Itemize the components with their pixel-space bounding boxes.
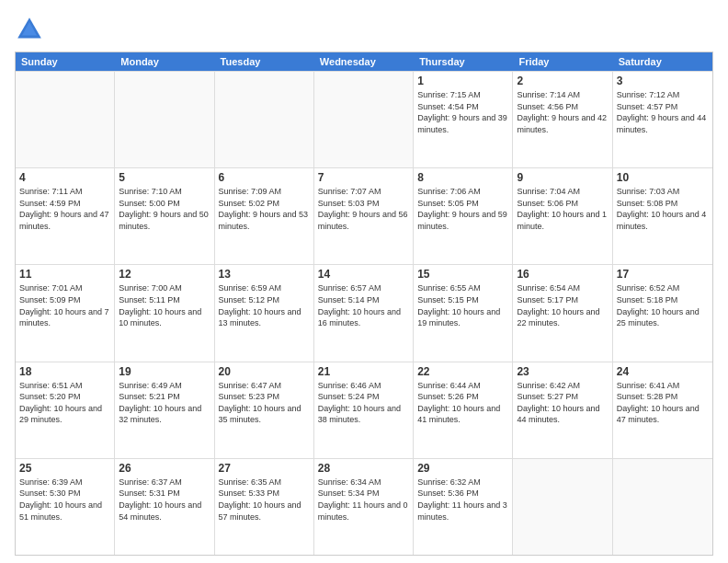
day-cell-9: 9Sunrise: 7:04 AMSunset: 5:06 PMDaylight… xyxy=(513,168,612,264)
calendar-row-2: 11Sunrise: 7:01 AMSunset: 5:09 PMDayligh… xyxy=(16,264,712,361)
day-info: Sunrise: 6:49 AMSunset: 5:21 PMDaylight:… xyxy=(119,380,210,426)
day-cell-11: 11Sunrise: 7:01 AMSunset: 5:09 PMDayligh… xyxy=(16,265,115,361)
day-info: Sunrise: 7:00 AMSunset: 5:11 PMDaylight:… xyxy=(119,282,210,328)
calendar-row-1: 4Sunrise: 7:11 AMSunset: 4:59 PMDaylight… xyxy=(16,167,712,264)
day-number: 23 xyxy=(517,365,608,378)
day-cell-7: 7Sunrise: 7:07 AMSunset: 5:03 PMDaylight… xyxy=(314,168,414,264)
day-number: 15 xyxy=(417,268,508,281)
day-number: 4 xyxy=(19,171,110,184)
day-number: 9 xyxy=(517,171,608,184)
day-cell-8: 8Sunrise: 7:06 AMSunset: 5:05 PMDaylight… xyxy=(414,168,513,264)
day-info: Sunrise: 7:06 AMSunset: 5:05 PMDaylight:… xyxy=(417,186,508,232)
day-number: 25 xyxy=(19,462,110,475)
day-number: 5 xyxy=(119,171,210,184)
day-cell-14: 14Sunrise: 6:57 AMSunset: 5:14 PMDayligh… xyxy=(314,265,414,361)
calendar-row-0: 1Sunrise: 7:15 AMSunset: 4:54 PMDaylight… xyxy=(16,71,712,167)
weekday-header-monday: Monday xyxy=(115,52,214,71)
empty-cell xyxy=(314,72,414,167)
weekday-header-wednesday: Wednesday xyxy=(314,52,414,71)
weekday-header-sunday: Sunday xyxy=(16,52,115,71)
logo-icon xyxy=(15,15,44,44)
day-info: Sunrise: 6:46 AMSunset: 5:24 PMDaylight:… xyxy=(318,380,409,426)
day-number: 2 xyxy=(517,75,608,87)
day-cell-19: 19Sunrise: 6:49 AMSunset: 5:21 PMDayligh… xyxy=(115,362,214,458)
day-info: Sunrise: 7:10 AMSunset: 5:00 PMDaylight:… xyxy=(119,186,210,232)
day-cell-16: 16Sunrise: 6:54 AMSunset: 5:17 PMDayligh… xyxy=(513,265,612,361)
empty-cell xyxy=(115,72,214,167)
calendar-body: 1Sunrise: 7:15 AMSunset: 4:54 PMDaylight… xyxy=(16,71,712,555)
day-number: 28 xyxy=(318,462,409,475)
calendar-row-3: 18Sunrise: 6:51 AMSunset: 5:20 PMDayligh… xyxy=(16,362,712,458)
day-cell-24: 24Sunrise: 6:41 AMSunset: 5:28 PMDayligh… xyxy=(613,362,712,458)
empty-cell xyxy=(513,459,612,555)
day-info: Sunrise: 6:57 AMSunset: 5:14 PMDaylight:… xyxy=(318,282,409,328)
day-number: 18 xyxy=(19,365,110,378)
day-info: Sunrise: 7:11 AMSunset: 4:59 PMDaylight:… xyxy=(19,186,110,232)
day-number: 6 xyxy=(219,171,310,184)
day-cell-3: 3Sunrise: 7:12 AMSunset: 4:57 PMDaylight… xyxy=(613,72,712,167)
day-cell-15: 15Sunrise: 6:55 AMSunset: 5:15 PMDayligh… xyxy=(414,265,513,361)
day-number: 22 xyxy=(417,365,508,378)
day-number: 20 xyxy=(219,365,310,378)
calendar: SundayMondayTuesdayWednesdayThursdayFrid… xyxy=(15,52,713,556)
day-info: Sunrise: 7:03 AMSunset: 5:08 PMDaylight:… xyxy=(617,186,709,232)
day-info: Sunrise: 6:32 AMSunset: 5:36 PMDaylight:… xyxy=(417,477,508,523)
day-number: 21 xyxy=(318,365,409,378)
day-cell-10: 10Sunrise: 7:03 AMSunset: 5:08 PMDayligh… xyxy=(613,168,712,264)
page: SundayMondayTuesdayWednesdayThursdayFrid… xyxy=(0,0,728,563)
empty-cell xyxy=(16,72,115,167)
day-number: 13 xyxy=(219,268,310,281)
day-cell-21: 21Sunrise: 6:46 AMSunset: 5:24 PMDayligh… xyxy=(314,362,414,458)
day-cell-5: 5Sunrise: 7:10 AMSunset: 5:00 PMDaylight… xyxy=(115,168,214,264)
day-info: Sunrise: 7:04 AMSunset: 5:06 PMDaylight:… xyxy=(517,186,608,232)
day-info: Sunrise: 6:35 AMSunset: 5:33 PMDaylight:… xyxy=(219,477,310,523)
empty-cell xyxy=(215,72,314,167)
day-info: Sunrise: 6:42 AMSunset: 5:27 PMDaylight:… xyxy=(517,380,608,426)
day-number: 27 xyxy=(219,462,310,475)
day-number: 17 xyxy=(617,268,709,281)
day-info: Sunrise: 6:47 AMSunset: 5:23 PMDaylight:… xyxy=(219,380,310,426)
day-cell-27: 27Sunrise: 6:35 AMSunset: 5:33 PMDayligh… xyxy=(215,459,314,555)
day-cell-13: 13Sunrise: 6:59 AMSunset: 5:12 PMDayligh… xyxy=(215,265,314,361)
weekday-header-saturday: Saturday xyxy=(613,52,712,71)
day-info: Sunrise: 7:15 AMSunset: 4:54 PMDaylight:… xyxy=(417,89,508,135)
calendar-header: SundayMondayTuesdayWednesdayThursdayFrid… xyxy=(16,52,712,71)
calendar-row-4: 25Sunrise: 6:39 AMSunset: 5:30 PMDayligh… xyxy=(16,458,712,555)
day-info: Sunrise: 7:14 AMSunset: 4:56 PMDaylight:… xyxy=(517,89,608,135)
day-number: 7 xyxy=(318,171,409,184)
logo xyxy=(15,15,48,44)
day-cell-20: 20Sunrise: 6:47 AMSunset: 5:23 PMDayligh… xyxy=(215,362,314,458)
day-number: 11 xyxy=(19,268,110,281)
day-info: Sunrise: 6:59 AMSunset: 5:12 PMDaylight:… xyxy=(219,282,310,328)
day-info: Sunrise: 6:37 AMSunset: 5:31 PMDaylight:… xyxy=(119,477,210,523)
day-cell-1: 1Sunrise: 7:15 AMSunset: 4:54 PMDaylight… xyxy=(414,72,513,167)
day-number: 16 xyxy=(517,268,608,281)
day-info: Sunrise: 6:52 AMSunset: 5:18 PMDaylight:… xyxy=(617,282,709,328)
weekday-header-tuesday: Tuesday xyxy=(215,52,314,71)
day-number: 26 xyxy=(119,462,210,475)
day-info: Sunrise: 7:12 AMSunset: 4:57 PMDaylight:… xyxy=(617,89,709,135)
day-number: 8 xyxy=(417,171,508,184)
day-info: Sunrise: 6:39 AMSunset: 5:30 PMDaylight:… xyxy=(19,477,110,523)
day-cell-29: 29Sunrise: 6:32 AMSunset: 5:36 PMDayligh… xyxy=(414,459,513,555)
day-number: 12 xyxy=(119,268,210,281)
day-number: 3 xyxy=(617,75,709,87)
day-cell-12: 12Sunrise: 7:00 AMSunset: 5:11 PMDayligh… xyxy=(115,265,214,361)
day-info: Sunrise: 7:01 AMSunset: 5:09 PMDaylight:… xyxy=(19,282,110,328)
day-cell-28: 28Sunrise: 6:34 AMSunset: 5:34 PMDayligh… xyxy=(314,459,414,555)
day-info: Sunrise: 6:55 AMSunset: 5:15 PMDaylight:… xyxy=(417,282,508,328)
day-info: Sunrise: 6:51 AMSunset: 5:20 PMDaylight:… xyxy=(19,380,110,426)
day-cell-4: 4Sunrise: 7:11 AMSunset: 4:59 PMDaylight… xyxy=(16,168,115,264)
day-cell-17: 17Sunrise: 6:52 AMSunset: 5:18 PMDayligh… xyxy=(613,265,712,361)
day-info: Sunrise: 7:09 AMSunset: 5:02 PMDaylight:… xyxy=(219,186,310,232)
day-number: 24 xyxy=(617,365,709,378)
day-cell-25: 25Sunrise: 6:39 AMSunset: 5:30 PMDayligh… xyxy=(16,459,115,555)
day-info: Sunrise: 6:34 AMSunset: 5:34 PMDaylight:… xyxy=(318,477,409,523)
day-number: 14 xyxy=(318,268,409,281)
empty-cell xyxy=(613,459,712,555)
day-number: 1 xyxy=(417,75,508,87)
day-cell-26: 26Sunrise: 6:37 AMSunset: 5:31 PMDayligh… xyxy=(115,459,214,555)
weekday-header-thursday: Thursday xyxy=(414,52,513,71)
day-info: Sunrise: 7:07 AMSunset: 5:03 PMDaylight:… xyxy=(318,186,409,232)
day-cell-2: 2Sunrise: 7:14 AMSunset: 4:56 PMDaylight… xyxy=(513,72,612,167)
